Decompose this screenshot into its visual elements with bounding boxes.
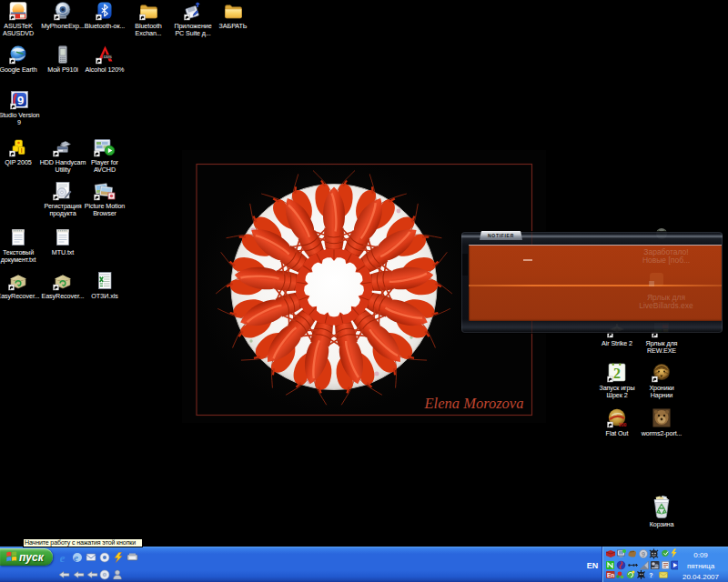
svg-text:9: 9 xyxy=(16,94,23,107)
svg-text:e: e xyxy=(60,552,66,563)
svg-text:2: 2 xyxy=(613,366,621,381)
svg-text:2001: 2001 xyxy=(619,422,627,427)
svg-text:?: ? xyxy=(649,572,652,578)
svg-text:En: En xyxy=(607,572,614,578)
svg-text:e: e xyxy=(74,552,78,563)
svg-text:Elena Morozova: Elena Morozova xyxy=(424,395,524,412)
svg-text:120%: 120% xyxy=(103,55,112,59)
svg-text:9: 9 xyxy=(642,551,645,557)
